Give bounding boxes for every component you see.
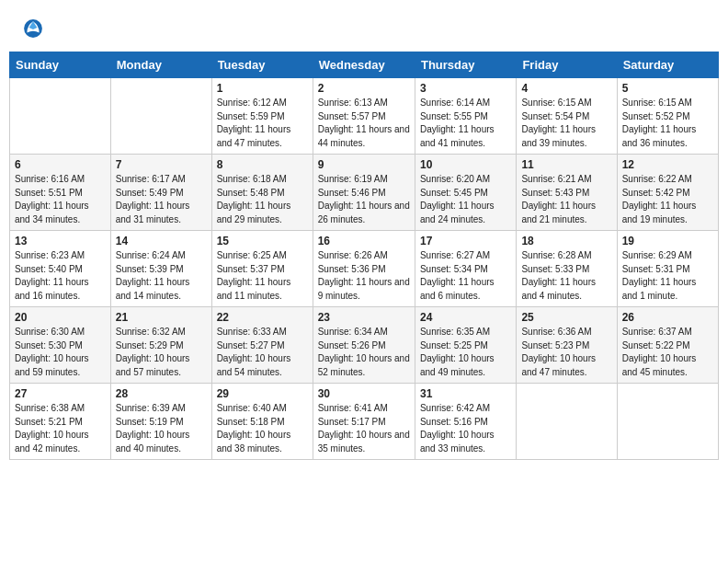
day-info: Sunrise: 6:35 AMSunset: 5:25 PMDaylight:… (420, 326, 511, 379)
calendar-cell: 3Sunrise: 6:14 AMSunset: 5:55 PMDaylight… (415, 78, 516, 155)
header-monday: Monday (110, 52, 211, 78)
day-info: Sunrise: 6:29 AMSunset: 5:31 PMDaylight:… (622, 249, 713, 303)
day-info: Sunrise: 6:19 AMSunset: 5:46 PMDaylight:… (318, 173, 410, 226)
calendar-cell: 8Sunrise: 6:18 AMSunset: 5:48 PMDaylight… (211, 155, 313, 231)
header-thursday: Thursday (415, 52, 516, 78)
calendar-cell: 22Sunrise: 6:33 AMSunset: 5:27 PMDayligh… (211, 307, 313, 384)
day-number: 26 (622, 311, 713, 324)
day-info: Sunrise: 6:24 AMSunset: 5:39 PMDaylight:… (116, 249, 207, 303)
day-info: Sunrise: 6:15 AMSunset: 5:54 PMDaylight:… (521, 97, 611, 150)
calendar-cell: 5Sunrise: 6:15 AMSunset: 5:52 PMDaylight… (617, 78, 718, 155)
calendar-cell: 17Sunrise: 6:27 AMSunset: 5:34 PMDayligh… (415, 231, 516, 307)
calendar-cell (10, 78, 111, 155)
day-info: Sunrise: 6:34 AMSunset: 5:26 PMDaylight:… (318, 326, 410, 379)
day-info: Sunrise: 6:37 AMSunset: 5:22 PMDaylight:… (622, 326, 713, 379)
calendar-cell: 21Sunrise: 6:32 AMSunset: 5:29 PMDayligh… (110, 307, 211, 384)
day-number: 7 (116, 158, 207, 171)
calendar-cell (517, 384, 617, 460)
calendar-week-row: 1Sunrise: 6:12 AMSunset: 5:59 PMDaylight… (10, 78, 719, 155)
day-info: Sunrise: 6:14 AMSunset: 5:55 PMDaylight:… (420, 97, 511, 150)
header-friday: Friday (517, 52, 617, 78)
day-number: 10 (420, 158, 511, 171)
day-info: Sunrise: 6:22 AMSunset: 5:42 PMDaylight:… (622, 173, 713, 226)
day-number: 14 (116, 235, 207, 247)
calendar-cell: 9Sunrise: 6:19 AMSunset: 5:46 PMDaylight… (313, 155, 415, 231)
day-number: 6 (15, 158, 106, 171)
day-info: Sunrise: 6:21 AMSunset: 5:43 PMDaylight:… (521, 173, 611, 226)
calendar-cell: 31Sunrise: 6:42 AMSunset: 5:16 PMDayligh… (415, 384, 516, 460)
calendar-cell: 30Sunrise: 6:41 AMSunset: 5:17 PMDayligh… (313, 384, 415, 460)
day-number: 1 (217, 82, 308, 95)
day-number: 9 (318, 158, 410, 171)
calendar-cell: 18Sunrise: 6:28 AMSunset: 5:33 PMDayligh… (517, 231, 617, 307)
day-info: Sunrise: 6:23 AMSunset: 5:40 PMDaylight:… (15, 249, 106, 303)
day-number: 18 (521, 235, 611, 247)
calendar-cell: 23Sunrise: 6:34 AMSunset: 5:26 PMDayligh… (313, 307, 415, 384)
day-info: Sunrise: 6:15 AMSunset: 5:52 PMDaylight:… (622, 97, 713, 150)
day-number: 15 (217, 235, 308, 247)
day-number: 17 (420, 235, 511, 247)
calendar-cell: 12Sunrise: 6:22 AMSunset: 5:42 PMDayligh… (617, 155, 718, 231)
day-info: Sunrise: 6:18 AMSunset: 5:48 PMDaylight:… (217, 173, 308, 226)
day-info: Sunrise: 6:33 AMSunset: 5:27 PMDaylight:… (217, 326, 308, 379)
day-number: 27 (15, 387, 106, 400)
calendar-cell: 20Sunrise: 6:30 AMSunset: 5:30 PMDayligh… (10, 307, 111, 384)
day-info: Sunrise: 6:17 AMSunset: 5:49 PMDaylight:… (116, 173, 207, 226)
day-number: 8 (217, 158, 308, 171)
day-number: 22 (217, 311, 308, 324)
calendar-cell: 15Sunrise: 6:25 AMSunset: 5:37 PMDayligh… (211, 231, 313, 307)
calendar-cell (617, 384, 718, 460)
calendar-cell: 1Sunrise: 6:12 AMSunset: 5:59 PMDaylight… (211, 78, 313, 155)
day-info: Sunrise: 6:36 AMSunset: 5:23 PMDaylight:… (521, 326, 611, 379)
day-number: 21 (116, 311, 207, 324)
day-number: 12 (622, 158, 713, 171)
day-number: 16 (318, 235, 410, 247)
day-info: Sunrise: 6:16 AMSunset: 5:51 PMDaylight:… (15, 173, 106, 226)
day-number: 11 (521, 158, 611, 171)
day-info: Sunrise: 6:42 AMSunset: 5:16 PMDaylight:… (420, 402, 511, 455)
calendar-week-row: 27Sunrise: 6:38 AMSunset: 5:21 PMDayligh… (10, 384, 719, 460)
day-info: Sunrise: 6:41 AMSunset: 5:17 PMDaylight:… (318, 402, 410, 455)
day-info: Sunrise: 6:40 AMSunset: 5:18 PMDaylight:… (217, 402, 308, 455)
day-number: 2 (318, 82, 410, 95)
day-number: 31 (420, 387, 511, 400)
day-number: 4 (521, 82, 611, 95)
day-number: 19 (622, 235, 713, 247)
calendar-week-row: 20Sunrise: 6:30 AMSunset: 5:30 PMDayligh… (10, 307, 719, 384)
calendar-cell: 19Sunrise: 6:29 AMSunset: 5:31 PMDayligh… (617, 231, 718, 307)
day-info: Sunrise: 6:26 AMSunset: 5:36 PMDaylight:… (318, 249, 410, 303)
calendar-week-row: 6Sunrise: 6:16 AMSunset: 5:51 PMDaylight… (10, 155, 719, 231)
calendar-cell: 7Sunrise: 6:17 AMSunset: 5:49 PMDaylight… (110, 155, 211, 231)
day-info: Sunrise: 6:39 AMSunset: 5:19 PMDaylight:… (116, 402, 207, 455)
day-number: 13 (15, 235, 106, 247)
header-saturday: Saturday (617, 52, 718, 78)
calendar-cell: 24Sunrise: 6:35 AMSunset: 5:25 PMDayligh… (415, 307, 516, 384)
calendar-cell (110, 78, 211, 155)
day-number: 28 (116, 387, 207, 400)
calendar-cell: 10Sunrise: 6:20 AMSunset: 5:45 PMDayligh… (415, 155, 516, 231)
day-number: 30 (318, 387, 410, 400)
logo-mark (23, 18, 43, 42)
calendar-cell: 16Sunrise: 6:26 AMSunset: 5:36 PMDayligh… (313, 231, 415, 307)
day-number: 24 (420, 311, 511, 324)
day-info: Sunrise: 6:38 AMSunset: 5:21 PMDaylight:… (15, 402, 106, 455)
calendar-cell: 25Sunrise: 6:36 AMSunset: 5:23 PMDayligh… (517, 307, 617, 384)
calendar-cell: 26Sunrise: 6:37 AMSunset: 5:22 PMDayligh… (617, 307, 718, 384)
day-number: 29 (217, 387, 308, 400)
calendar-cell: 13Sunrise: 6:23 AMSunset: 5:40 PMDayligh… (10, 231, 111, 307)
calendar-cell: 6Sunrise: 6:16 AMSunset: 5:51 PMDaylight… (10, 155, 111, 231)
header-wednesday: Wednesday (313, 52, 415, 78)
calendar-cell: 29Sunrise: 6:40 AMSunset: 5:18 PMDayligh… (211, 384, 313, 460)
day-number: 25 (521, 311, 611, 324)
day-info: Sunrise: 6:12 AMSunset: 5:59 PMDaylight:… (217, 97, 308, 150)
calendar-table: Sunday Monday Tuesday Wednesday Thursday… (9, 52, 719, 460)
calendar-cell: 14Sunrise: 6:24 AMSunset: 5:39 PMDayligh… (110, 231, 211, 307)
day-info: Sunrise: 6:13 AMSunset: 5:57 PMDaylight:… (318, 97, 410, 150)
calendar-cell: 11Sunrise: 6:21 AMSunset: 5:43 PMDayligh… (517, 155, 617, 231)
day-info: Sunrise: 6:30 AMSunset: 5:30 PMDaylight:… (15, 326, 106, 379)
day-number: 3 (420, 82, 511, 95)
calendar-cell: 28Sunrise: 6:39 AMSunset: 5:19 PMDayligh… (110, 384, 211, 460)
calendar-header-row: Sunday Monday Tuesday Wednesday Thursday… (10, 52, 719, 78)
day-info: Sunrise: 6:27 AMSunset: 5:34 PMDaylight:… (420, 249, 511, 303)
day-info: Sunrise: 6:20 AMSunset: 5:45 PMDaylight:… (420, 173, 511, 226)
